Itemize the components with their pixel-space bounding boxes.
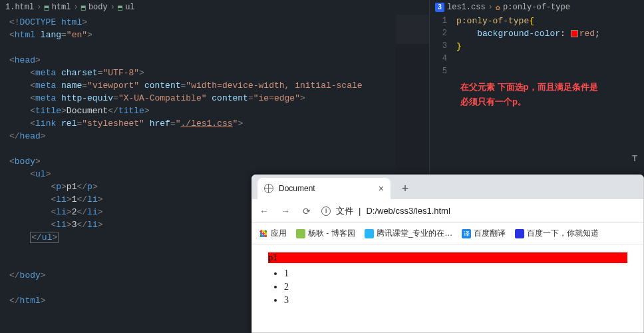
breadcrumb-segment[interactable]: p:only-of-type — [503, 3, 570, 12]
css-editor-pane: 3 les1.css › ✿ p:only-of-type 1 2 3 4 5 … — [429, 0, 644, 176]
browser-toolbar: ← → ⟳ i 文件 | D:/web/css3/les1.html — [252, 199, 643, 223]
color-swatch-icon — [571, 30, 578, 37]
info-icon[interactable]: i — [321, 206, 331, 216]
new-tab-button[interactable]: + — [396, 179, 414, 198]
address-bar[interactable]: i 文件 | D:/web/css3/les1.html — [321, 205, 638, 217]
close-tab-button[interactable]: × — [379, 183, 384, 194]
tag-icon: ⬒ — [118, 3, 122, 13]
tab-title: Document — [279, 184, 315, 193]
bookmark-item[interactable]: 百度一下，你就知道 — [515, 228, 599, 239]
favicon — [296, 229, 305, 238]
reload-button[interactable]: ⟳ — [300, 206, 313, 216]
code-editor[interactable]: p:only-of-type{ background-color: red; } — [456, 15, 600, 53]
breadcrumb-segment[interactable]: 1.html — [5, 3, 34, 12]
favicon — [515, 229, 524, 238]
favicon — [365, 229, 374, 238]
breadcrumb-segment[interactable]: ul — [125, 3, 134, 12]
browser-tab[interactable]: Document × — [257, 178, 391, 199]
text-cursor-icon: T — [632, 153, 640, 164]
chevron-right-icon: › — [110, 3, 115, 12]
globe-icon — [264, 184, 273, 193]
breadcrumb-segment[interactable]: html — [52, 3, 71, 12]
bookmark-item[interactable]: 译百度翻译 — [462, 228, 506, 239]
list-item: 2 — [284, 280, 627, 294]
tag-icon: ⬒ — [44, 3, 49, 13]
browser-window: Document × + ← → ⟳ i 文件 | D:/web/css3/le… — [251, 174, 644, 333]
css-file-icon: 3 — [435, 3, 444, 12]
forward-button[interactable]: → — [279, 206, 292, 216]
addr-scheme: 文件 — [336, 205, 353, 217]
highlighted-paragraph: p1 — [268, 252, 627, 263]
chevron-right-icon: › — [37, 3, 41, 12]
annotation-note: 在父元素 下面选p，而且满足条件是 必须只有一个p。 — [460, 80, 598, 109]
minimap-viewport[interactable] — [396, 15, 429, 44]
bookmark-item[interactable]: 腾讯课堂_专业的在… — [365, 228, 453, 239]
tag-icon: ⬒ — [81, 3, 86, 13]
apps-grid-icon — [259, 229, 268, 238]
addr-path: D:/web/css3/les1.html — [366, 206, 450, 216]
bookmark-item[interactable]: 杨耿 - 博客园 — [296, 228, 355, 239]
minimap[interactable] — [396, 15, 429, 174]
list-item: 1 — [284, 267, 627, 280]
chevron-right-icon: › — [73, 3, 78, 12]
back-button[interactable]: ← — [257, 206, 271, 216]
breadcrumb-segment[interactable]: les1.css — [447, 3, 486, 12]
breadcrumb-segment[interactable]: body — [88, 3, 108, 12]
selector-icon: ✿ — [496, 3, 500, 13]
breadcrumb[interactable]: 1.html › ⬒ html › ⬒ body › ⬒ ul — [0, 0, 429, 15]
tab-strip: Document × + — [252, 175, 643, 199]
addr-divider: | — [359, 206, 361, 216]
breadcrumb[interactable]: 3 les1.css › ✿ p:only-of-type — [430, 0, 644, 15]
bookmarks-bar: 应用 杨耿 - 博客园 腾讯课堂_专业的在… 译百度翻译 百度一下，你就知道 — [252, 223, 643, 244]
page-content: p1 1 2 3 — [252, 244, 643, 315]
line-gutter: 1 2 3 4 5 — [430, 15, 454, 78]
chevron-right-icon: › — [488, 3, 493, 12]
apps-button[interactable]: 应用 — [259, 228, 287, 239]
list-item: 3 — [284, 294, 627, 307]
list: 1 2 3 — [268, 267, 627, 307]
